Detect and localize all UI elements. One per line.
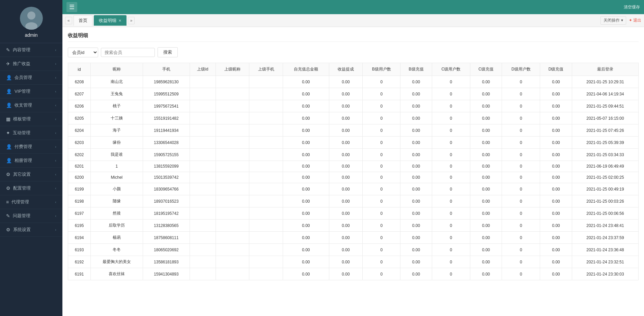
sidebar-item-content[interactable]: ✎ 内容管理 ‹	[0, 43, 62, 57]
table-cell: 0.00	[329, 149, 363, 161]
sidebar-item-system[interactable]: ⚙ 系统设置 ‹	[0, 223, 62, 237]
search-button[interactable]: 搜索	[158, 47, 178, 57]
tab-home[interactable]: 首页	[74, 15, 92, 26]
tabbar-right: 关闭操作 ▾ ✦ 退出	[600, 16, 641, 25]
col-手机: 手机	[143, 63, 190, 76]
table-cell	[249, 232, 283, 244]
table-cell	[249, 256, 283, 268]
table-cell: 0.00	[540, 100, 572, 112]
table-cell	[249, 88, 283, 100]
table-cell: 0.00	[400, 256, 432, 268]
table-cell: 0	[502, 161, 540, 172]
clear-cache-button[interactable]: 清空缓存	[624, 4, 640, 10]
table-cell	[216, 220, 249, 232]
search-type-select[interactable]: 会员id 会员昵称 会员手机	[68, 48, 98, 57]
close-ops-button[interactable]: 关闭操作 ▾	[600, 16, 626, 25]
sidebar-item-promote[interactable]: ✈ 推广收益 ‹	[0, 57, 62, 71]
table-cell: 15995512509	[143, 88, 190, 100]
table-cell: 0.00	[329, 268, 363, 280]
tab-nav-next[interactable]: »	[128, 17, 135, 24]
table-cell: 0.00	[470, 161, 502, 172]
table-cell: 6191	[68, 268, 91, 280]
sidebar-item-problem[interactable]: ✎ 问题管理 ‹	[0, 209, 62, 223]
table-cell: 6192	[68, 256, 91, 268]
menu-toggle-button[interactable]: ☰	[66, 2, 77, 12]
table-cell: 0.00	[329, 112, 363, 124]
table-cell: 6203	[68, 137, 91, 149]
template-label: 模板管理	[13, 116, 31, 122]
sidebar-item-vip[interactable]: 👤 VIP管理 ‹	[0, 85, 62, 98]
arrow-icon: ‹	[55, 159, 56, 163]
table-row: 6207王兔兔159955125090.000.0000.0000.0000.0…	[68, 88, 639, 100]
tab-income-detail-close[interactable]: ✕	[118, 19, 121, 23]
table-cell: 0.00	[329, 207, 363, 220]
sidebar-item-interact[interactable]: ✦ 互动管理 ‹	[0, 126, 62, 140]
sidebar-item-member[interactable]: 👤 会员管理 ‹	[0, 71, 62, 85]
interact-icon: ✦	[6, 130, 10, 136]
table-cell	[216, 100, 249, 112]
table-header-row: id昵称手机上级id上级昵称上级手机自充值总金额收益提成B级用户数B级充值C级用…	[68, 63, 639, 76]
table-cell	[249, 137, 283, 149]
table-cell: 18758608111	[143, 232, 190, 244]
table-cell: 0	[502, 137, 540, 149]
table-cell: 0	[363, 161, 400, 172]
table-cell: 王兔兔	[91, 88, 143, 100]
arrow-icon: ‹	[55, 200, 56, 204]
table-row: 6202我是谁159057251550.000.0000.0000.0000.0…	[68, 149, 639, 161]
sidebar-item-template[interactable]: ▦ 模板管理 ‹	[0, 112, 62, 126]
table-cell: 0	[363, 112, 400, 124]
search-input[interactable]	[101, 48, 155, 57]
table-cell: 十三姨	[91, 112, 143, 124]
table-cell	[190, 232, 216, 244]
table-cell: 0	[502, 195, 540, 207]
sidebar-item-album[interactable]: 👤 相册管理 ‹	[0, 154, 62, 168]
sidebar-item-payment[interactable]: 👤 付费管理 ‹	[0, 140, 62, 154]
table-cell: 0.00	[400, 88, 432, 100]
table-cell: 0.00	[540, 183, 572, 195]
sidebar-item-config[interactable]: ⚙ 配置管理 ‹	[0, 181, 62, 195]
table-cell: 6206	[68, 100, 91, 112]
table-cell: 0.00	[400, 207, 432, 220]
table-cell: 0.00	[400, 220, 432, 232]
table-cell: 0	[502, 149, 540, 161]
sidebar-item-agent[interactable]: ≡ 代理管理 ‹	[0, 195, 62, 209]
table-cell: 0	[363, 207, 400, 220]
arrow-icon: ‹	[55, 117, 56, 121]
sidebar-item-income[interactable]: 👤 收支管理 ‹	[0, 98, 62, 112]
table-cell	[190, 124, 216, 137]
table-cell	[216, 124, 249, 137]
svg-point-1	[27, 11, 35, 20]
table-cell: 0	[432, 149, 470, 161]
interact-label: 互动管理	[13, 130, 30, 136]
table-cell: 6194	[68, 232, 91, 244]
table-cell: 0	[432, 76, 470, 88]
table-header: id昵称手机上级id上级昵称上级手机自充值总金额收益提成B级用户数B级充值C级用…	[68, 63, 639, 76]
table-cell	[190, 76, 216, 88]
table-cell	[190, 183, 216, 195]
table-cell: 0.00	[283, 172, 329, 183]
table-cell	[249, 244, 283, 256]
table-cell: 0.00	[470, 76, 502, 88]
table-cell	[249, 172, 283, 183]
table-cell	[249, 220, 283, 232]
arrow-icon: ‹	[55, 186, 56, 190]
col-C级充值: C级充值	[470, 63, 502, 76]
table-cell: 0.00	[400, 195, 432, 207]
table-cell: 0	[432, 220, 470, 232]
table-cell: 0.00	[470, 256, 502, 268]
promote-label: 推广收益	[13, 61, 30, 67]
table-row: 6206桃子199756725410.000.0000.0000.0000.00…	[68, 100, 639, 112]
table-cell	[249, 268, 283, 280]
main-area: ☰ 清空缓存 « 首页 收益明细 ✕ » 关闭操作 ▾ ✦ 退出 收益明细 会员…	[62, 0, 644, 316]
sidebar-profile: admin	[0, 0, 62, 43]
tab-income-detail[interactable]: 收益明细 ✕	[94, 15, 127, 26]
table-cell: 0.00	[283, 207, 329, 220]
table-row: 6191喜欢丝袜159413048930.000.0000.0000.0000.…	[68, 268, 639, 280]
album-label: 相册管理	[15, 157, 32, 164]
table-cell: 0.00	[400, 183, 432, 195]
sidebar-item-other[interactable]: ⚙ 其它设置 ‹	[0, 168, 62, 181]
table-cell: 19119441934	[143, 124, 190, 137]
vip-icon: 👤	[6, 89, 12, 94]
logout-button[interactable]: ✦ 退出	[629, 18, 641, 23]
tab-nav-prev[interactable]: «	[65, 17, 72, 24]
